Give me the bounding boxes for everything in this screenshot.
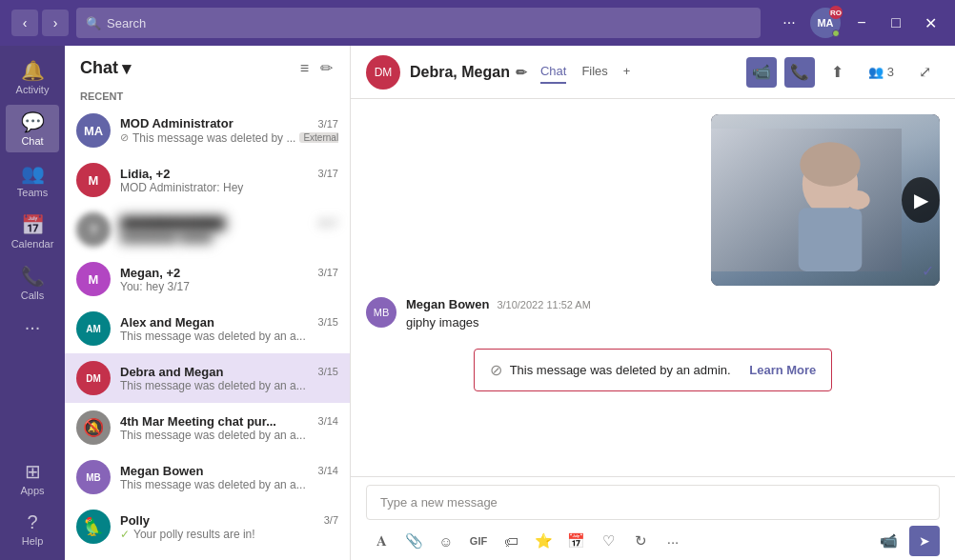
chat-date: 3/17 xyxy=(318,217,338,229)
chat-date: 3/14 xyxy=(318,415,338,427)
filter-button[interactable]: ≡ xyxy=(298,57,311,79)
send-button[interactable]: ➤ xyxy=(909,526,940,556)
praise-button[interactable]: ⭐ xyxy=(528,528,559,554)
avatar: MB xyxy=(76,460,111,494)
sidebar-item-teams[interactable]: 👥 Teams xyxy=(6,156,59,204)
more-toolbar-button[interactable]: ··· xyxy=(658,528,688,554)
list-item[interactable]: DM Debra and Megan 3/15 This message was… xyxy=(65,353,350,403)
chat-preview: ⊘ This message was deleted by ... Extern… xyxy=(120,130,338,145)
chat-header-avatar: DM xyxy=(366,55,400,90)
tab-add[interactable]: + xyxy=(623,60,631,84)
loop-button[interactable]: ↻ xyxy=(625,528,656,554)
chat-date: 3/15 xyxy=(318,316,338,328)
chat-info: MOD Administrator 3/17 ⊘ This message wa… xyxy=(120,116,338,145)
avatar-badge-label: RO xyxy=(829,6,843,19)
edit-icon[interactable]: ✏ xyxy=(516,65,527,80)
message-text: giphy images xyxy=(406,315,940,330)
compose-button[interactable]: ✏ xyxy=(318,57,335,79)
avatar: AM xyxy=(76,311,111,346)
more-options-button[interactable]: ··· xyxy=(776,10,803,36)
chat-name: Megan Bowen xyxy=(120,464,203,478)
list-item[interactable]: 🔕 4th Mar Meeting chat pur... 3/14 This … xyxy=(65,403,350,452)
emoji-button[interactable]: ☺ xyxy=(431,528,461,554)
search-icon: 🔍 xyxy=(86,16,101,30)
chat-info: ████████████ 3/17 ███████ ████ xyxy=(120,216,338,244)
maximize-button[interactable]: □ xyxy=(883,10,909,36)
share-screen-button[interactable]: ⬆ xyxy=(823,57,853,88)
chat-name: 4th Mar Meeting chat pur... xyxy=(120,414,276,429)
list-item[interactable]: M Lidia, +2 3/17 MOD Administrator: Hey xyxy=(65,155,350,205)
sidebar-title[interactable]: Chat ▾ xyxy=(80,58,131,79)
participants-count: 3 xyxy=(887,65,894,79)
avatar: M xyxy=(76,262,111,296)
sidebar-item-chat[interactable]: 💬 Chat xyxy=(6,105,59,152)
search-placeholder: Search xyxy=(107,16,146,30)
play-button[interactable]: ▶ xyxy=(902,177,940,223)
message-input[interactable]: Type a new message xyxy=(366,485,940,520)
chat-area: DM Debra, Megan ✏ Chat Files + 📹 📞 ⬆ 👥 3… xyxy=(351,46,955,560)
audio-call-button[interactable]: 📞 xyxy=(784,57,815,88)
svg-rect-2 xyxy=(799,208,863,271)
sidebar-item-calendar[interactable]: 📅 Calendar xyxy=(6,208,59,255)
tab-chat[interactable]: Chat xyxy=(540,60,566,84)
like-button[interactable]: ♡ xyxy=(593,528,623,554)
chat-date: 3/17 xyxy=(318,267,338,278)
list-item[interactable]: M Megan, +2 3/17 You: hey 3/17 xyxy=(65,254,350,304)
chat-info: Megan Bowen 3/14 This message was delete… xyxy=(120,464,338,491)
list-item[interactable]: MB Megan Bowen 3/14 This message was del… xyxy=(65,452,350,502)
list-item[interactable]: MA MOD Administrator 3/17 ⊘ This message… xyxy=(65,106,350,155)
chat-icon: 💬 xyxy=(21,110,45,133)
chat-info: Megan, +2 3/17 You: hey 3/17 xyxy=(120,266,338,293)
video-image xyxy=(711,114,902,286)
forward-button[interactable]: › xyxy=(42,10,69,36)
chat-preview: MOD Administrator: Hey xyxy=(120,181,338,194)
chat-name: Megan, +2 xyxy=(120,266,180,280)
list-item[interactable]: 🦜 Polly 3/7 ✓Your polly results are in! xyxy=(65,502,350,551)
user-avatar[interactable]: MA RO xyxy=(810,8,841,38)
teams-icon: 👥 xyxy=(21,162,45,185)
chat-preview: You: hey 3/17 xyxy=(120,280,338,293)
tab-files[interactable]: Files xyxy=(581,60,607,84)
input-placeholder: Type a new message xyxy=(380,495,498,510)
sidebar-item-more[interactable]: ··· xyxy=(6,310,59,344)
list-item[interactable]: AM Alex and Megan 3/15 This message was … xyxy=(65,304,350,353)
chevron-down-icon: ▾ xyxy=(122,58,131,79)
back-button[interactable]: ‹ xyxy=(11,10,38,36)
sidebar-item-label: Help xyxy=(22,535,44,547)
sidebar-item-label: Apps xyxy=(20,485,44,496)
meet-now-button[interactable]: 📹 xyxy=(873,528,904,554)
chat-info: Debra and Megan 3/15 This message was de… xyxy=(120,365,338,392)
toolbar-row: 𝐀 📎 ☺ GIF 🏷 ⭐ 📅 ♡ ↻ ··· 📹 ➤ xyxy=(366,526,940,556)
video-call-button[interactable]: 📹 xyxy=(746,57,777,88)
sidebar-item-calls[interactable]: 📞 Calls xyxy=(6,259,59,307)
deleted-message-row: ⊘ This message was deleted by an admin. … xyxy=(366,341,940,399)
search-bar[interactable]: 🔍 Search xyxy=(76,8,761,38)
sticker-button[interactable]: 🏷 xyxy=(496,528,526,554)
popout-button[interactable]: ⤢ xyxy=(909,57,940,88)
format-button[interactable]: 𝐀 xyxy=(366,528,396,554)
list-item[interactable]: ? ████████████ 3/17 ███████ ████ xyxy=(65,205,350,254)
sidebar-item-help[interactable]: ? Help xyxy=(6,506,59,552)
sidebar-item-apps[interactable]: ⊞ Apps xyxy=(6,454,59,502)
sidebar-item-activity[interactable]: 🔔 Activity xyxy=(6,53,59,101)
sidebar-item-label: Teams xyxy=(17,187,48,198)
attach-button[interactable]: 📎 xyxy=(398,528,429,554)
more-icon: ··· xyxy=(25,316,41,338)
close-button[interactable]: ✕ xyxy=(917,10,944,36)
calendar-icon: 📅 xyxy=(21,213,45,236)
minimize-button[interactable]: − xyxy=(848,10,875,36)
chat-preview: This message was deleted by an a... xyxy=(120,330,338,343)
help-icon: ? xyxy=(27,511,37,533)
learn-more-link[interactable]: Learn More xyxy=(749,363,816,377)
sidebar-item-label: Activity xyxy=(16,84,50,95)
chat-name: Debra and Megan xyxy=(120,365,223,379)
chat-date: 3/7 xyxy=(324,514,338,526)
schedule-button[interactable]: 📅 xyxy=(560,528,591,554)
conversation-name: Debra, Megan xyxy=(410,64,510,81)
gif-button[interactable]: GIF xyxy=(463,528,494,554)
video-thumbnail[interactable]: ▶ ✓ xyxy=(711,114,940,286)
recent-label: Recent xyxy=(65,87,350,106)
chat-list: MA MOD Administrator 3/17 ⊘ This message… xyxy=(65,106,350,560)
chat-name: ████████████ xyxy=(120,216,226,230)
participants-button[interactable]: 👥 3 xyxy=(861,57,902,88)
